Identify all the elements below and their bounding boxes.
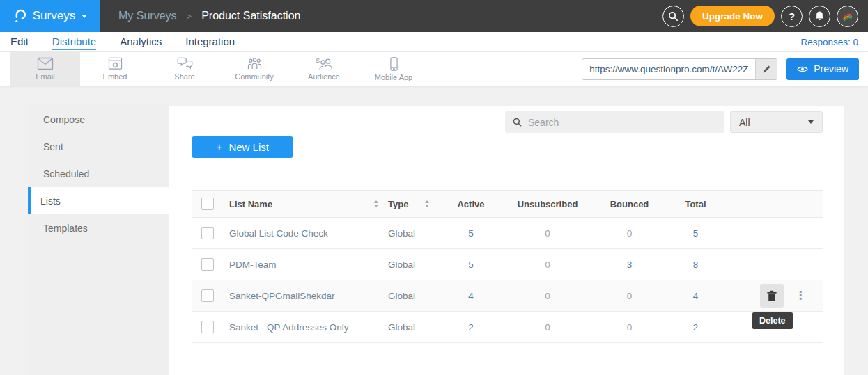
select-all-checkbox[interactable] — [201, 198, 214, 210]
channel-label: Community — [235, 72, 274, 81]
preview-button[interactable]: Preview — [786, 58, 859, 80]
bell-icon — [814, 10, 825, 22]
sidebar-item-label: Lists — [40, 196, 61, 207]
active-count-link[interactable]: 4 — [440, 291, 502, 301]
responses-count: Responses: 0 — [800, 37, 858, 47]
header-label: List Name — [229, 199, 272, 209]
notifications-button[interactable] — [809, 6, 830, 27]
row-checkbox[interactable] — [201, 289, 214, 302]
sidebar-item-sent[interactable]: Sent — [28, 133, 169, 160]
tab-integration[interactable]: Integration — [185, 34, 235, 49]
page-title: Product Satisfaction — [201, 10, 300, 22]
sidebar-item-scheduled[interactable]: Scheduled — [28, 160, 169, 187]
survey-nav-tabs: Edit Distribute Analytics Integration Re… — [0, 32, 868, 52]
tab-analytics[interactable]: Analytics — [120, 34, 162, 49]
active-count-link[interactable]: 2 — [440, 322, 502, 333]
header-label: Type — [388, 199, 408, 209]
tab-edit[interactable]: Edit — [10, 34, 29, 49]
header-type[interactable]: Type — [382, 199, 440, 209]
channel-label: Email — [36, 72, 55, 81]
header-active: Active — [440, 199, 502, 209]
header-total: Total — [666, 199, 725, 209]
edit-url-button[interactable] — [755, 59, 777, 79]
table-row-hovered: Sanket-QPGmailShekdar Global 4 0 0 4 Del… — [192, 280, 823, 312]
total-count-link[interactable]: 2 — [666, 322, 725, 333]
sort-icon — [374, 200, 378, 207]
list-name-link[interactable]: Global List Code Check — [224, 228, 382, 239]
table-row: Sanket - QP Addresses Only Global 2 0 0 … — [192, 312, 823, 343]
unsubscribed-count: 0 — [502, 291, 593, 301]
channel-label: Audience — [308, 72, 340, 81]
sidebar-item-lists[interactable]: Lists — [28, 187, 169, 214]
breadcrumb-my-surveys[interactable]: My Surveys — [118, 10, 177, 22]
total-count-link[interactable]: 8 — [666, 260, 725, 270]
table-header-row: List Name Type Active Unsubscribed Bounc… — [192, 190, 823, 218]
audience-icon: $ — [316, 57, 333, 70]
avatar-rainbow-icon — [841, 10, 855, 22]
mobile-app-icon — [390, 57, 398, 71]
list-name-link[interactable]: PDM-Team — [224, 260, 382, 270]
upgrade-now-button[interactable]: Upgrade Now — [690, 6, 775, 26]
channel-embed[interactable]: Embed — [80, 52, 150, 86]
breadcrumb-separator: > — [187, 11, 192, 22]
list-name-link[interactable]: Sanket - QP Addresses Only — [224, 322, 382, 333]
list-name-link[interactable]: Sanket-QPGmailShekdar — [224, 291, 382, 301]
row-checkbox[interactable] — [201, 258, 214, 271]
delete-list-button[interactable] — [760, 284, 784, 308]
sidebar-item-label: Scheduled — [43, 168, 89, 179]
plus-icon: + — [216, 141, 222, 154]
svg-text:$: $ — [316, 57, 320, 64]
active-count-link[interactable]: 5 — [440, 260, 502, 270]
channel-audience[interactable]: $ Audience — [289, 52, 359, 86]
header-bounced: Bounced — [593, 199, 666, 209]
surveys-product-menu[interactable]: Surveys — [0, 0, 100, 32]
active-count-link[interactable]: 5 — [440, 228, 502, 239]
trash-icon — [766, 290, 777, 302]
row-checkbox[interactable] — [201, 321, 214, 333]
global-search-button[interactable] — [662, 6, 684, 27]
bounced-count: 0 — [593, 322, 666, 333]
sidebar-item-label: Compose — [43, 114, 85, 125]
distribute-toolbar: Email Embed Share Community $ — [0, 52, 868, 86]
table-row: Global List Code Check Global 5 0 0 5 — [192, 218, 823, 249]
bounced-count: 0 — [593, 291, 666, 301]
total-count-link[interactable]: 4 — [666, 291, 725, 301]
lists-table: List Name Type Active Unsubscribed Bounc… — [192, 190, 823, 343]
share-icon — [177, 57, 193, 70]
row-checkbox[interactable] — [201, 227, 214, 239]
new-list-button[interactable]: + New List — [192, 136, 293, 158]
survey-url-input[interactable] — [582, 58, 777, 80]
search-icon — [513, 118, 522, 127]
channel-share[interactable]: Share — [150, 52, 219, 86]
chevron-down-icon — [82, 15, 87, 18]
question-mark-icon: ? — [789, 10, 795, 22]
account-avatar[interactable] — [837, 6, 858, 27]
unsubscribed-count: 0 — [502, 322, 593, 333]
preview-label: Preview — [814, 63, 848, 74]
email-icon — [37, 57, 54, 70]
channel-label: Mobile App — [375, 73, 412, 81]
channel-label: Embed — [103, 72, 127, 81]
community-icon — [246, 57, 263, 70]
list-type-filter[interactable]: All — [730, 111, 823, 133]
tab-distribute[interactable]: Distribute — [52, 34, 96, 50]
sidebar-item-compose[interactable]: Compose — [28, 106, 169, 133]
channel-community[interactable]: Community — [219, 52, 289, 86]
header-unsubscribed: Unsubscribed — [502, 199, 593, 209]
list-search-input[interactable] — [528, 117, 717, 128]
filter-value: All — [739, 117, 750, 128]
row-menu-kebab-icon[interactable]: ⋮ — [795, 290, 806, 301]
sidebar-item-templates[interactable]: Templates — [28, 214, 169, 241]
unsubscribed-count: 0 — [502, 228, 593, 239]
total-count-link[interactable]: 5 — [666, 228, 725, 239]
channel-mobile-app[interactable]: Mobile App — [359, 52, 428, 86]
list-type: Global — [382, 291, 440, 301]
header-list-name[interactable]: List Name — [224, 199, 382, 209]
channel-email[interactable]: Email — [10, 52, 80, 86]
search-icon — [668, 11, 679, 22]
bounced-count-link[interactable]: 3 — [593, 260, 666, 270]
help-button[interactable]: ? — [781, 6, 803, 27]
bounced-count: 0 — [593, 228, 666, 239]
lists-panel: All + New List List Name Type Active Uns… — [169, 106, 844, 375]
top-bar: Surveys My Surveys > Product Satisfactio… — [0, 0, 868, 32]
